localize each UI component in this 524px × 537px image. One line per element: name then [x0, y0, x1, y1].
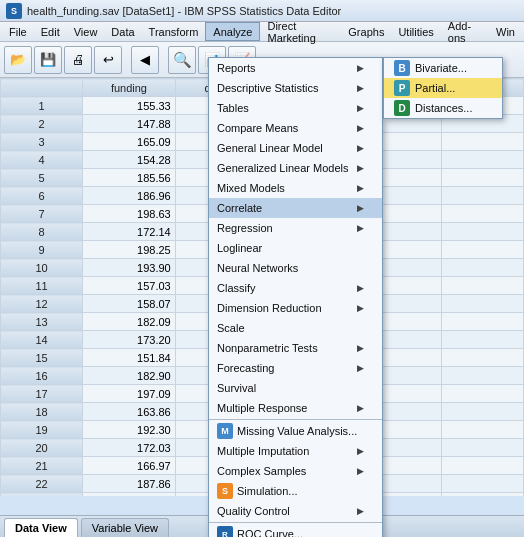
distances-icon: D [394, 100, 410, 116]
cell-var3[interactable] [441, 349, 523, 367]
cell-var3[interactable]: 35 [441, 493, 523, 497]
toolbar-open[interactable]: 📂 [4, 46, 32, 74]
dd-loglinear[interactable]: Loglinear [209, 238, 382, 258]
cell-funding[interactable]: 163.86 [83, 403, 176, 421]
menu-addons[interactable]: Add-ons [441, 22, 489, 41]
cell-funding[interactable]: 158.07 [83, 295, 176, 313]
cell-var3[interactable] [441, 259, 523, 277]
menu-direct-marketing[interactable]: Direct Marketing [260, 22, 341, 41]
menu-view[interactable]: View [67, 22, 105, 41]
cell-var3[interactable] [441, 187, 523, 205]
cell-funding[interactable]: 166.97 [83, 457, 176, 475]
cell-var3[interactable] [441, 133, 523, 151]
row-id: 14 [1, 331, 83, 349]
dd-simulation[interactable]: S Simulation... [209, 481, 382, 501]
row-id: 21 [1, 457, 83, 475]
cell-funding[interactable]: 193.90 [83, 259, 176, 277]
col-header-funding[interactable]: funding [83, 79, 176, 97]
sub-bivariate[interactable]: B Bivariate... [384, 58, 502, 78]
cell-funding[interactable]: 198.25 [83, 241, 176, 259]
dd-reports[interactable]: Reports▶ [209, 58, 382, 78]
dd-classify[interactable]: Classify▶ [209, 278, 382, 298]
toolbar-recall[interactable]: ↩ [94, 46, 122, 74]
dd-dimension[interactable]: Dimension Reduction▶ [209, 298, 382, 318]
row-id: 6 [1, 187, 83, 205]
dd-forecasting[interactable]: Forecasting▶ [209, 358, 382, 378]
cell-var3[interactable] [441, 403, 523, 421]
sub-distances[interactable]: D Distances... [384, 98, 502, 118]
cell-funding[interactable]: 155.33 [83, 97, 176, 115]
menu-transform[interactable]: Transform [142, 22, 206, 41]
dd-roc[interactable]: R ROC Curve... [209, 524, 382, 537]
cell-var3[interactable] [441, 439, 523, 457]
dd-survival[interactable]: Survival [209, 378, 382, 398]
cell-var3[interactable] [441, 331, 523, 349]
dd-glm[interactable]: General Linear Model▶ [209, 138, 382, 158]
menu-file[interactable]: File [2, 22, 34, 41]
dd-mixed[interactable]: Mixed Models▶ [209, 178, 382, 198]
menu-utilities[interactable]: Utilities [391, 22, 440, 41]
sub-partial[interactable]: P Partial... [384, 78, 502, 98]
dd-complex-samples[interactable]: Complex Samples▶ [209, 461, 382, 481]
toolbar-print[interactable]: 🖨 [64, 46, 92, 74]
cell-var3[interactable] [441, 241, 523, 259]
cell-funding[interactable]: 182.90 [83, 367, 176, 385]
tab-data-view[interactable]: Data View [4, 518, 78, 537]
tab-variable-view[interactable]: Variable View [81, 518, 169, 537]
cell-funding[interactable]: 185.56 [83, 169, 176, 187]
dd-tables[interactable]: Tables▶ [209, 98, 382, 118]
row-id: 12 [1, 295, 83, 313]
cell-funding[interactable]: 186.96 [83, 187, 176, 205]
cell-funding[interactable]: 187.86 [83, 475, 176, 493]
cell-funding[interactable]: 154.28 [83, 151, 176, 169]
dd-quality[interactable]: Quality Control▶ [209, 501, 382, 521]
dd-multiple-response[interactable]: Multiple Response▶ [209, 398, 382, 418]
cell-var3[interactable] [441, 367, 523, 385]
cell-funding[interactable]: 173.20 [83, 331, 176, 349]
cell-var3[interactable] [441, 205, 523, 223]
menu-win[interactable]: Win [489, 22, 522, 41]
dd-neural[interactable]: Neural Networks [209, 258, 382, 278]
cell-funding[interactable]: 165.09 [83, 133, 176, 151]
menu-graphs[interactable]: Graphs [341, 22, 391, 41]
cell-var3[interactable] [441, 457, 523, 475]
dd-compare[interactable]: Compare Means▶ [209, 118, 382, 138]
row-id: 9 [1, 241, 83, 259]
cell-var3[interactable] [441, 421, 523, 439]
partial-label: Partial... [415, 82, 455, 94]
cell-var3[interactable] [441, 313, 523, 331]
menu-edit[interactable]: Edit [34, 22, 67, 41]
cell-var3[interactable] [441, 169, 523, 187]
dd-correlate[interactable]: Correlate▶ [209, 198, 382, 218]
cell-funding[interactable]: 197.09 [83, 385, 176, 403]
cell-funding[interactable]: 172.03 [83, 439, 176, 457]
dd-regression[interactable]: Regression▶ [209, 218, 382, 238]
row-id: 22 [1, 475, 83, 493]
cell-funding[interactable]: 151.84 [83, 349, 176, 367]
cell-funding[interactable]: 182.09 [83, 313, 176, 331]
cell-funding[interactable]: 157.03 [83, 277, 176, 295]
cell-var3[interactable] [441, 475, 523, 493]
cell-funding[interactable]: 172.14 [83, 223, 176, 241]
cell-var3[interactable] [441, 151, 523, 169]
cell-var3[interactable] [441, 385, 523, 403]
cell-funding[interactable]: 184.23 [83, 493, 176, 497]
dd-missing-value[interactable]: M Missing Value Analysis... [209, 421, 382, 441]
menu-analyze[interactable]: Analyze [205, 22, 260, 41]
cell-funding[interactable]: 147.88 [83, 115, 176, 133]
cell-funding[interactable]: 198.63 [83, 205, 176, 223]
row-id: 2 [1, 115, 83, 133]
cell-var3[interactable] [441, 277, 523, 295]
toolbar-save[interactable]: 💾 [34, 46, 62, 74]
cell-funding[interactable]: 192.30 [83, 421, 176, 439]
dd-nonparam[interactable]: Nonparametric Tests▶ [209, 338, 382, 358]
menu-data[interactable]: Data [104, 22, 141, 41]
toolbar-search[interactable]: 🔍 [168, 46, 196, 74]
cell-var3[interactable] [441, 223, 523, 241]
cell-var3[interactable] [441, 295, 523, 313]
dd-multiple-imputation[interactable]: Multiple Imputation▶ [209, 441, 382, 461]
toolbar-back[interactable]: ◀ [131, 46, 159, 74]
dd-genlin[interactable]: Generalized Linear Models▶ [209, 158, 382, 178]
dd-descriptive[interactable]: Descriptive Statistics▶ [209, 78, 382, 98]
dd-scale[interactable]: Scale [209, 318, 382, 338]
